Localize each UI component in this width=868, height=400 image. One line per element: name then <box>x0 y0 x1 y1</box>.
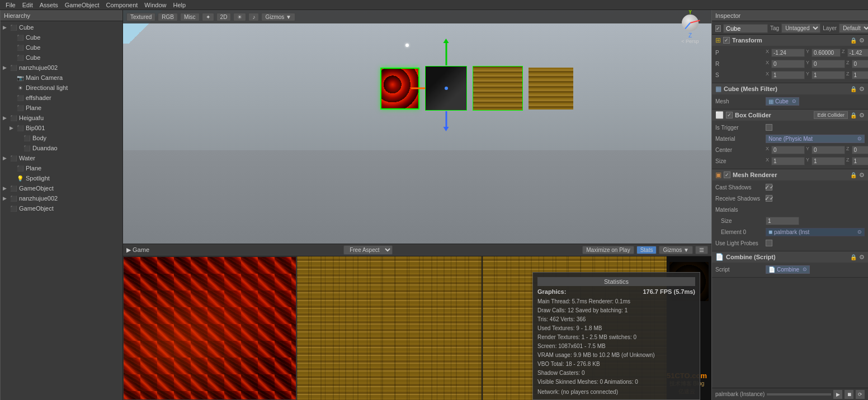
hier-dirlight[interactable]: ☀ Directional light <box>7 83 122 93</box>
menu-help[interactable]: Help <box>169 2 189 8</box>
palmbark-slider[interactable] <box>767 393 831 396</box>
position-z[interactable] <box>847 49 868 57</box>
transform-enabled[interactable] <box>723 37 730 44</box>
hier-cube4[interactable]: ⬛ Cube <box>7 53 122 63</box>
material-circle[interactable]: ⊙ <box>857 136 862 141</box>
hier-body[interactable]: ⬛ Body <box>14 133 122 143</box>
menu-file[interactable]: File <box>2 2 19 8</box>
hier-cube3[interactable]: ⬛ Cube <box>7 42 122 53</box>
hier-nanzhujue002[interactable]: ▶ ⬛ nanzhujue002 <box>1 63 122 73</box>
script-circle[interactable]: ⊙ <box>803 266 807 272</box>
collider-size-z[interactable] <box>852 157 868 165</box>
mat-size-value[interactable] <box>766 217 799 225</box>
rotation-x[interactable] <box>771 60 805 68</box>
hier-bip001[interactable]: ▶ ⬛ Bip001 <box>7 123 122 133</box>
menu-component[interactable]: Component <box>102 2 141 8</box>
combine-menu[interactable]: ⚙ <box>859 254 865 261</box>
scene-cube-wood2[interactable] <box>529 68 573 109</box>
mat-circle[interactable]: ⊙ <box>857 229 862 235</box>
menu-window[interactable]: Window <box>141 2 169 8</box>
script-ref[interactable]: 📄 Combine ⊙ <box>766 265 810 274</box>
position-y[interactable] <box>812 49 841 57</box>
hier-plane1[interactable]: ⬛ Plane <box>7 103 122 113</box>
mesh-renderer-enabled[interactable] <box>724 172 730 178</box>
scene-fx-btn[interactable]: ✦ <box>202 13 214 21</box>
hier-duandao[interactable]: ⬛ Duandao <box>14 143 122 153</box>
stats-btn[interactable]: Stats <box>636 246 657 254</box>
object-active-checkbox[interactable] <box>715 25 721 32</box>
box-collider-header[interactable]: ⬜ Box Collider Edit Collider 🔒 ⚙ <box>712 109 868 121</box>
hier-heiguafu[interactable]: ▶ ⬛ Heiguafu <box>1 113 122 123</box>
palmbark-bar: palmbark (Instance) ▶ ⏹ ⟳ <box>712 388 868 400</box>
gizmos-dropdown-btn[interactable]: Gizmos ▼ <box>659 246 693 254</box>
tag-selector[interactable]: Untagged <box>781 23 820 33</box>
draw-mode-btn[interactable]: Textured <box>126 13 155 21</box>
center-x[interactable] <box>771 146 805 154</box>
mesh-ref-circle[interactable]: ⊙ <box>792 98 796 104</box>
collider-size-y[interactable] <box>812 157 845 165</box>
scene-cube-dark[interactable] <box>425 66 467 111</box>
menu-edit[interactable]: Edit <box>19 2 36 8</box>
rgb-btn[interactable]: RGB <box>158 13 178 21</box>
szy-label: Y <box>806 157 809 165</box>
menu-assets[interactable]: Assets <box>36 2 62 8</box>
maximize-play-btn[interactable]: Maximize on Play <box>582 246 634 254</box>
orientation-gizmo[interactable]: Y Z < Persp <box>673 15 707 54</box>
scale-x[interactable] <box>771 71 805 79</box>
combine-script-header[interactable]: 📄 Combine (Script) 🔒 ⚙ <box>712 251 868 263</box>
material-ref[interactable]: None (Physic Mat ⊙ <box>766 135 865 143</box>
aspect-selector[interactable]: Free Aspect <box>343 245 393 255</box>
transform-menu-icon[interactable]: ⚙ <box>859 37 865 44</box>
rotation-z[interactable] <box>852 60 868 68</box>
layer-selector[interactable]: Default <box>839 23 868 33</box>
scene-cube-selected[interactable] <box>380 68 419 109</box>
mesh-filter-header[interactable]: ▦ Cube (Mesh Filter) 🔒 ⚙ <box>712 83 868 94</box>
scale-label: S <box>715 72 766 78</box>
hier-nanzhujue003[interactable]: ▶ ⬛ nanzhujue002 <box>1 193 122 203</box>
rotation-y[interactable] <box>812 60 845 68</box>
box-collider-enabled[interactable] <box>726 112 733 118</box>
edit-collider-btn[interactable]: Edit Collider <box>814 111 848 119</box>
scale-y[interactable] <box>812 71 845 79</box>
light-probes-checkbox[interactable] <box>766 240 772 246</box>
scene-2d-btn[interactable]: 2D <box>216 13 232 21</box>
misc-btn[interactable]: Misc <box>180 13 200 21</box>
hier-gameobj2[interactable]: ⬛ GameObject <box>1 203 122 213</box>
hier-effshader[interactable]: ⬛ effshader <box>7 93 122 103</box>
collider-size-x[interactable] <box>771 157 805 165</box>
palmbark-loop-btn[interactable]: ⟳ <box>856 390 865 399</box>
menu-gameobject[interactable]: GameObject <box>62 2 103 8</box>
hier-cube-root[interactable]: ▶ ⬛ Cube <box>1 22 122 32</box>
transform-header[interactable]: ⊞ Transform 🔒 ⚙ <box>712 35 868 46</box>
game-more-btn[interactable]: ☰ <box>695 246 708 254</box>
mesh-value-ref[interactable]: ▦ Cube ⊙ <box>766 97 799 106</box>
box-collider-menu[interactable]: ⚙ <box>859 112 865 119</box>
hier-maincam[interactable]: 📷 Main Camera <box>7 73 122 83</box>
cast-shadows-checkbox[interactable]: ✓ <box>766 184 772 191</box>
scene-gizmos-btn[interactable]: Gizmos ▼ <box>261 13 295 21</box>
mesh-renderer-menu[interactable]: ⚙ <box>859 172 865 179</box>
mesh-renderer-name: Mesh Renderer <box>733 172 848 178</box>
palmbark-stop-btn[interactable]: ⏹ <box>845 390 853 399</box>
element0-value[interactable]: ◼ palmbark (Inst ⊙ <box>766 228 865 236</box>
mesh-filter-menu[interactable]: ⚙ <box>859 85 865 93</box>
hier-water[interactable]: ▶ ⬛ Water <box>1 153 122 163</box>
plane1-label: Plane <box>26 104 41 111</box>
scene-light-btn[interactable]: ☀ <box>233 13 246 21</box>
scene-cube-wood1[interactable] <box>473 66 523 111</box>
hier-gameobj1[interactable]: ▶ ⬛ GameObject <box>1 183 122 193</box>
center-z[interactable] <box>852 146 868 154</box>
hier-plane2[interactable]: ⬛ Plane <box>7 163 122 173</box>
scale-z[interactable] <box>852 71 868 79</box>
scene-view[interactable]: Textured RGB Misc ✦ 2D ☀ ♪ Gizmos ▼ <box>123 10 711 244</box>
is-trigger-checkbox[interactable] <box>766 124 772 131</box>
palmbark-play-btn[interactable]: ▶ <box>833 390 842 399</box>
scene-audio-btn[interactable]: ♪ <box>248 13 259 21</box>
receive-shadows-checkbox[interactable]: ✓ <box>766 195 772 202</box>
position-x[interactable] <box>771 49 805 57</box>
hier-cube2[interactable]: ⬛ Cube <box>7 32 122 42</box>
center-y[interactable] <box>812 146 845 154</box>
mesh-renderer-header[interactable]: ▣ Mesh Renderer 🔒 ⚙ <box>712 169 868 180</box>
hier-spotlight[interactable]: 💡 Spotlight <box>7 173 122 183</box>
object-name-input[interactable] <box>723 24 768 33</box>
